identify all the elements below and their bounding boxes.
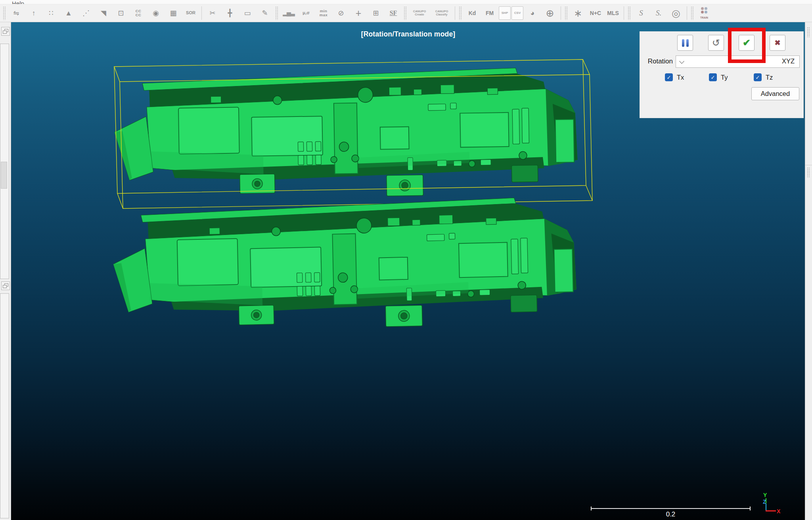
subsample-points-icon[interactable]: ∷	[43, 6, 59, 21]
toolbar-grip	[404, 6, 407, 20]
delete-sf-icon[interactable]: ⊘	[333, 6, 349, 21]
collapsed-db-tree-panel	[0, 44, 9, 279]
scale-bar-line	[591, 508, 751, 509]
pause-icon	[681, 39, 689, 47]
menu-bar: Help	[0, 0, 812, 4]
check-icon: ✓	[756, 75, 760, 80]
reset-icon: ↺	[712, 37, 720, 48]
toolbar-separator	[455, 6, 455, 20]
trace-polyline-icon[interactable]: ✎	[257, 6, 273, 21]
toolbar-grip	[565, 6, 568, 20]
axis-z-label: Z	[763, 499, 766, 505]
cloud-compare-icon[interactable]: CC CC	[130, 6, 147, 21]
axis-x-label: X	[777, 508, 781, 514]
normals-compute-icon[interactable]: N+C	[587, 6, 604, 21]
left-dock-strip	[0, 22, 11, 520]
ty-checkbox[interactable]: ✓	[709, 73, 717, 81]
sf-gaussian-icon[interactable]: μ,σ	[298, 6, 314, 21]
fm-tool-icon[interactable]: FM	[481, 6, 498, 21]
mls-smoothing-icon[interactable]: MLS	[605, 6, 621, 21]
toolbar-grip	[3, 6, 6, 20]
check-icon: ✓	[667, 75, 671, 80]
cancel-button[interactable]: ✖	[770, 35, 785, 51]
scale-bar-label: 0.2	[591, 510, 751, 518]
check-icon: ✔	[743, 37, 751, 48]
cloudcompare-window: Help ⇋↑∷▲⋰◥⊡CC CC◉▦SOR✂╋▭✎▂▅▃μ,σmin max⊘…	[0, 0, 812, 520]
pcb-model-lower[interactable]	[112, 197, 577, 332]
sf-calculator-icon[interactable]: ⊞	[368, 6, 384, 21]
toolbar-grip	[628, 6, 631, 20]
kd-tree-icon[interactable]: Kd	[464, 6, 481, 21]
dock-divider	[805, 165, 812, 165]
primitive-blob-icon[interactable]: ◉	[147, 6, 164, 21]
rotation-axis-value: XYZ	[782, 57, 795, 65]
image-registration-icon[interactable]: ⊡	[113, 6, 129, 21]
toolbar-separator	[561, 6, 561, 20]
globe-icon[interactable]: ⊕	[542, 6, 558, 21]
float-properties-button[interactable]	[1, 281, 10, 290]
sf-histogram-icon[interactable]: ▂▅▃	[280, 6, 297, 21]
check-icon: ✓	[711, 75, 715, 80]
toolbar-separator	[201, 6, 202, 20]
cloud-arrow-icon[interactable]: ↑	[25, 6, 42, 21]
confirm-button[interactable]: ✔	[739, 35, 755, 51]
spline-curve-icon[interactable]: S	[633, 6, 649, 21]
color-sphere-icon[interactable]: ◕	[524, 6, 541, 21]
float-window-icon	[3, 29, 8, 34]
dock-grip-handle[interactable]	[807, 167, 810, 178]
main-area: [Rotation/Translation mode] 0.2 Y Z X	[0, 22, 812, 520]
advanced-button[interactable]: Advanced	[751, 87, 799, 100]
sf-range-icon[interactable]: min max	[315, 6, 332, 21]
canupo-classify-icon[interactable]: CANUPO Classify	[431, 6, 452, 21]
tz-checkbox[interactable]: ✓	[754, 73, 762, 81]
menu-help[interactable]: Help	[12, 0, 24, 4]
reset-button[interactable]: ↺	[708, 35, 724, 51]
spline-points-icon[interactable]: S.	[650, 6, 667, 21]
axis-y-label: Y	[763, 492, 767, 498]
axis-gizmo: Y Z X	[760, 491, 784, 516]
transform-panel: ↺ ✔ ✖ Rotation XYZ ✓ Tx ✓ Ty ✓ Tz	[640, 31, 804, 118]
masc-train-icon[interactable]: TRAIN	[696, 6, 712, 21]
sf-interpolation-icon[interactable]: SF	[385, 6, 402, 21]
translate-polygon-icon[interactable]: ⇋	[8, 6, 25, 21]
canupo-create-icon[interactable]: CANUPO Create	[409, 6, 430, 21]
toolbar-separator	[624, 6, 624, 20]
ty-label: Ty	[721, 74, 728, 81]
pcb-model-upper[interactable]	[114, 67, 578, 200]
toolbar-grip	[275, 6, 278, 20]
toolbar-separator	[687, 6, 687, 20]
right-dock-strip	[805, 22, 812, 520]
float-db-tree-button[interactable]	[1, 27, 10, 36]
chevron-down-icon	[679, 59, 684, 64]
shp-file-icon[interactable]: SHP	[499, 6, 511, 20]
rotation-label: Rotation	[640, 57, 673, 65]
rotation-axis-select[interactable]: XYZ	[676, 55, 800, 68]
mesh-arrow-icon[interactable]: ◥	[95, 6, 112, 21]
cross-section-icon[interactable]: ▭	[239, 6, 256, 21]
toolbar-grip	[691, 6, 694, 20]
sor-filter-icon[interactable]: SOR	[182, 6, 199, 21]
scale-bar: 0.2	[591, 508, 751, 518]
cylinder-tool-icon[interactable]: ◎	[668, 6, 684, 21]
mesh-sampling-icon[interactable]: ▲	[60, 6, 77, 21]
dock-grip-handle[interactable]	[807, 27, 810, 37]
pause-button[interactable]	[677, 35, 693, 51]
collapsed-properties-panel	[0, 293, 9, 518]
tx-label: Tx	[677, 74, 684, 81]
float-window-icon	[3, 283, 8, 288]
left-scrollbar-thumb[interactable]	[1, 162, 7, 189]
scissors-segment-icon[interactable]: ✂	[204, 6, 221, 21]
align-point-pairs-icon[interactable]: ⋰	[78, 6, 94, 21]
cancel-icon: ✖	[774, 38, 780, 47]
interactive-transform-icon[interactable]: ╋	[222, 6, 238, 21]
bounding-box	[114, 59, 592, 208]
toolbar-grip	[459, 6, 462, 20]
tx-checkbox[interactable]: ✓	[665, 73, 673, 81]
3d-viewport[interactable]: [Rotation/Translation mode] 0.2 Y Z X	[11, 22, 805, 520]
fractal-gear-icon[interactable]: ∗	[570, 6, 586, 21]
add-sf-icon[interactable]: +	[350, 6, 367, 21]
tz-label: Tz	[766, 74, 773, 81]
csv-file-icon[interactable]: CSV	[511, 6, 523, 20]
checkerboard-icon[interactable]: ▦	[165, 6, 182, 21]
toolbar: ⇋↑∷▲⋰◥⊡CC CC◉▦SOR✂╋▭✎▂▅▃μ,σmin max⊘+⊞SFC…	[0, 4, 812, 22]
